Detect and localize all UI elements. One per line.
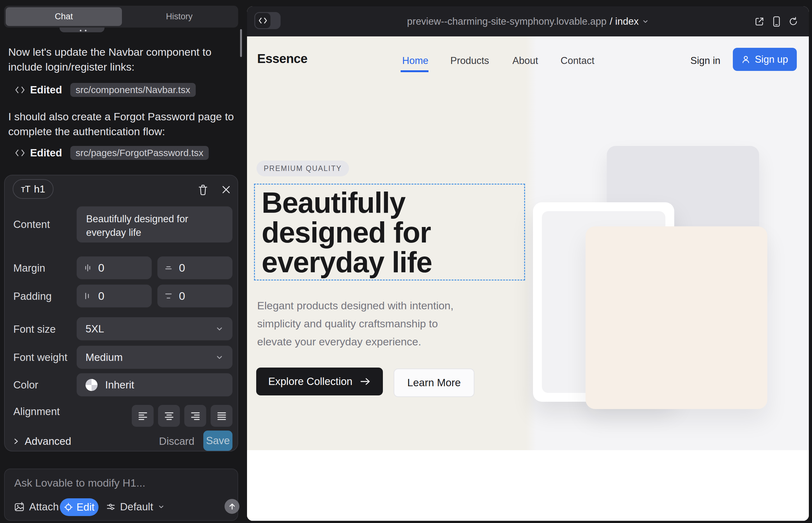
edit-mode-button[interactable]: Edit xyxy=(60,498,99,516)
sliders-icon xyxy=(106,502,116,511)
chat-input-placeholder: Ask Lovable to modify H1... xyxy=(14,477,145,489)
dot xyxy=(80,30,82,31)
nav-home[interactable]: Home xyxy=(402,55,428,67)
font-size-label: Font size xyxy=(13,323,56,335)
hero-paragraph: Elegant products designed with intention… xyxy=(257,296,454,351)
chat-input-box[interactable]: Ask Lovable to modify H1... Attach Edit … xyxy=(4,469,238,521)
learn-more-button[interactable]: Learn More xyxy=(394,368,474,397)
tab-chat-label: Chat xyxy=(55,12,73,21)
align-justify-button[interactable] xyxy=(211,405,232,427)
close-panel-button[interactable] xyxy=(222,185,231,194)
chevron-down-icon xyxy=(215,353,224,362)
learn-more-label: Learn More xyxy=(407,377,461,389)
align-justify-icon xyxy=(217,412,226,420)
element-editor-panel: тT h1 Content Beautifully designed for e… xyxy=(4,175,238,451)
explore-collection-button[interactable]: Explore Collection xyxy=(256,367,383,395)
align-left-button[interactable] xyxy=(132,405,154,427)
margin-y-icon xyxy=(164,264,173,272)
edited-file-chip[interactable]: src/components/Navbar.tsx xyxy=(70,83,196,97)
chat-message: I should also create a Forgot Password p… xyxy=(8,109,240,139)
mobile-view-icon[interactable] xyxy=(773,16,780,27)
align-left-icon xyxy=(138,412,147,420)
refresh-icon[interactable] xyxy=(789,17,798,26)
default-label: Default xyxy=(120,501,153,513)
open-external-icon[interactable] xyxy=(754,16,764,26)
send-button[interactable] xyxy=(225,499,240,514)
margin-x-input[interactable]: 0 xyxy=(77,256,152,279)
tab-history[interactable]: History xyxy=(122,7,236,26)
nav-home-underline xyxy=(401,70,428,72)
crosshair-icon xyxy=(64,503,73,511)
nav-products[interactable]: Products xyxy=(450,55,489,67)
arrow-right-icon xyxy=(360,377,371,385)
discard-button[interactable]: Discard xyxy=(159,432,194,450)
font-size-select[interactable]: 5XL xyxy=(77,317,232,340)
color-label: Color xyxy=(13,379,38,391)
color-select[interactable]: Inherit xyxy=(77,373,232,396)
align-center-icon xyxy=(164,412,174,420)
align-right-icon xyxy=(191,412,200,420)
sidebar-scrollbar[interactable] xyxy=(240,29,242,57)
nav-contact[interactable]: Contact xyxy=(561,55,595,67)
margin-y-input[interactable]: 0 xyxy=(157,256,232,279)
preview-browser-bar: preview--charming-site-symphony.lovable.… xyxy=(247,6,809,36)
color-value: Inherit xyxy=(105,379,134,391)
font-weight-select[interactable]: Medium xyxy=(77,346,232,369)
color-swatch xyxy=(86,379,98,391)
padding-y-value: 0 xyxy=(179,290,185,302)
arrow-up-icon xyxy=(228,503,236,510)
chat-input-toolbar: Attach Edit Default xyxy=(5,497,237,516)
delete-element-button[interactable] xyxy=(198,184,208,196)
code-icon xyxy=(15,86,25,94)
edited-label: Edited xyxy=(30,84,62,96)
preview-toolbar-icons xyxy=(754,6,798,36)
hero-heading[interactable]: Beautifully designed for everyday life xyxy=(262,188,432,277)
preview-url-path: / index xyxy=(610,16,638,27)
signup-label: Sign up xyxy=(755,54,788,65)
alignment-label: Alignment xyxy=(13,405,60,418)
nav-about[interactable]: About xyxy=(512,55,538,67)
chevron-right-icon xyxy=(13,437,19,445)
font-weight-value: Medium xyxy=(86,351,123,363)
chat-message: Now let's update the Navbar component to… xyxy=(8,44,240,74)
model-default-select[interactable]: Default xyxy=(106,501,165,513)
sidebar-tab-bar: Chat History xyxy=(4,6,238,28)
site-logo[interactable]: Essence xyxy=(257,52,307,66)
font-weight-label: Font weight xyxy=(13,351,68,363)
edited-file-row: Edited src/components/Navbar.tsx xyxy=(15,83,196,97)
attach-button[interactable]: Attach xyxy=(14,501,59,513)
user-icon xyxy=(741,55,750,64)
content-input[interactable]: Beautifully designed for everyday life xyxy=(77,206,232,242)
edited-label: Edited xyxy=(30,147,62,159)
site-next-section xyxy=(247,450,809,521)
save-button[interactable]: Save xyxy=(203,431,232,451)
margin-y-value: 0 xyxy=(179,262,185,274)
attach-label: Attach xyxy=(29,501,59,513)
selected-h1-outline[interactable]: Beautifully designed for everyday life xyxy=(254,184,525,281)
edited-file-row: Edited src/pages/ForgotPassword.tsx xyxy=(15,146,209,160)
padding-y-icon xyxy=(164,292,173,300)
font-size-value: 5XL xyxy=(86,323,104,335)
signin-link[interactable]: Sign in xyxy=(690,55,721,67)
signup-button[interactable]: Sign up xyxy=(733,48,797,71)
edited-file-chip[interactable]: src/pages/ForgotPassword.tsx xyxy=(70,146,209,160)
hero-badge: PREMIUM QUALITY xyxy=(257,161,349,176)
dot xyxy=(85,30,86,31)
margin-x-value: 0 xyxy=(98,262,104,274)
align-center-button[interactable] xyxy=(158,405,180,427)
chevron-down-icon xyxy=(158,503,165,510)
padding-label: Padding xyxy=(13,290,52,302)
preview-url-bar[interactable]: preview--charming-site-symphony.lovable.… xyxy=(247,6,809,36)
tab-chat[interactable]: Chat xyxy=(6,7,122,26)
element-tag-name: h1 xyxy=(34,183,45,195)
margin-label: Margin xyxy=(13,262,45,274)
padding-y-input[interactable]: 0 xyxy=(157,285,232,307)
preview-site: Essence Home Products About Contact Sign… xyxy=(247,36,809,521)
content-label: Content xyxy=(13,218,50,231)
preview-url-domain: preview--charming-site-symphony.lovable.… xyxy=(407,16,606,27)
advanced-toggle[interactable]: Advanced xyxy=(13,432,71,450)
element-tag-pill[interactable]: тT h1 xyxy=(13,179,54,199)
padding-x-input[interactable]: 0 xyxy=(77,285,152,307)
preview-window: preview--charming-site-symphony.lovable.… xyxy=(247,6,809,521)
align-right-button[interactable] xyxy=(184,405,206,427)
